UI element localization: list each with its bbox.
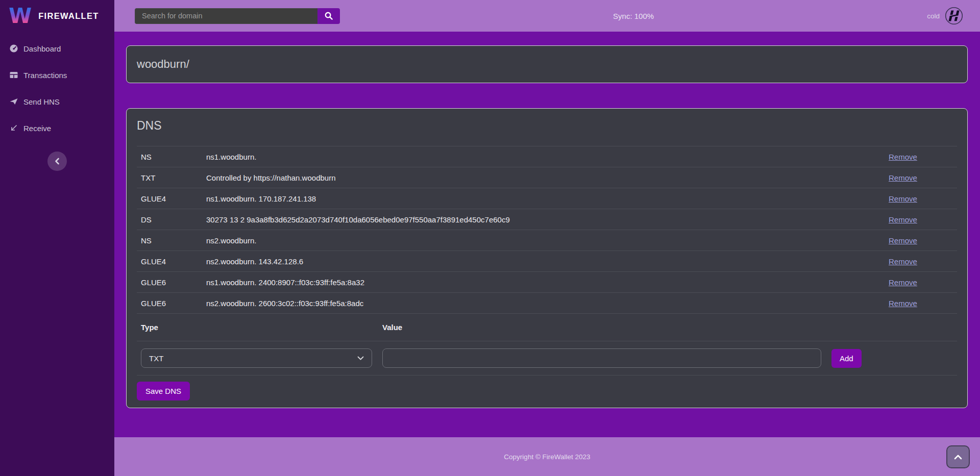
sidebar-item-label: Transactions — [23, 71, 67, 80]
record-type: NS — [141, 236, 206, 245]
sidebar-item-label: Send HNS — [23, 97, 60, 106]
remove-record-link[interactable]: Remove — [889, 299, 917, 308]
paper-plane-icon — [9, 97, 18, 106]
chevron-down-icon — [357, 356, 364, 360]
record-value: ns1.woodburn. 170.187.241.138 — [206, 194, 889, 203]
record-type: DS — [141, 215, 206, 224]
dns-form-header: Type Value — [137, 313, 957, 341]
arrow-down-left-icon — [9, 123, 18, 133]
sidebar-item-dashboard[interactable]: Dashboard — [9, 40, 114, 57]
record-value: ns2.woodburn. 143.42.128.6 — [206, 257, 889, 266]
chevron-left-icon — [55, 158, 60, 165]
sidebar-item-send-hns[interactable]: Send HNS — [9, 93, 114, 110]
brand-name: FIREWALLET — [38, 11, 99, 21]
add-record-button[interactable]: Add — [831, 349, 862, 368]
record-type: GLUE6 — [141, 278, 206, 287]
sidebar: W FIREWALLET Dashboard Transactions S — [0, 0, 114, 476]
sync-status: Sync: 100% — [340, 12, 927, 20]
brand[interactable]: W FIREWALLET — [0, 0, 114, 32]
type-column-header: Type — [141, 323, 382, 332]
record-type: NS — [141, 153, 206, 161]
copyright-text: Copyright © FireWallet 2023 — [504, 453, 590, 461]
domain-search — [135, 8, 340, 24]
scroll-to-top-button[interactable] — [946, 445, 970, 468]
handshake-icon[interactable] — [945, 7, 963, 25]
add-record-form: TXT Add — [137, 341, 957, 375]
remove-record-link[interactable]: Remove — [889, 278, 917, 287]
dns-record-row: NS ns2.woodburn. Remove — [137, 230, 957, 250]
save-dns-button[interactable]: Save DNS — [137, 382, 190, 400]
record-type: GLUE6 — [141, 299, 206, 308]
app-root: W FIREWALLET Dashboard Transactions S — [0, 0, 980, 476]
dns-record-row: GLUE6 ns1.woodburn. 2400:8907::f03c:93ff… — [137, 271, 957, 292]
dns-record-row: GLUE4 ns2.woodburn. 143.42.128.6 Remove — [137, 250, 957, 271]
sidebar-item-label: Receive — [23, 124, 51, 133]
record-type: TXT — [141, 173, 206, 182]
record-value: Controlled by https://nathan.woodburn — [206, 173, 889, 182]
wallet-selector: cold — [927, 7, 963, 25]
record-value: ns2.woodburn. — [206, 236, 889, 245]
dns-record-row: NS ns1.woodburn. Remove — [137, 146, 957, 167]
record-value: ns1.woodburn. 2400:8907::f03c:93ff:fe5a:… — [206, 278, 889, 287]
sidebar-item-receive[interactable]: Receive — [9, 119, 114, 137]
record-type: GLUE4 — [141, 194, 206, 203]
record-type-select[interactable]: TXT — [141, 348, 372, 368]
topbar: Sync: 100% cold — [114, 0, 980, 32]
firewallet-logo-icon: W — [9, 7, 32, 26]
record-value-input[interactable] — [382, 348, 821, 368]
search-icon — [324, 11, 333, 20]
footer: Copyright © FireWallet 2023 — [114, 437, 980, 476]
record-value: ns2.woodburn. 2600:3c02::f03c:93ff:fe5a:… — [206, 299, 889, 308]
dns-card: DNS NS ns1.woodburn. Remove TXT Controll… — [126, 108, 968, 408]
sidebar-collapse-button[interactable] — [47, 152, 67, 171]
remove-record-link[interactable]: Remove — [889, 173, 917, 182]
content-area: woodburn/ DNS NS ns1.woodburn. Remove TX… — [114, 32, 980, 437]
sidebar-item-label: Dashboard — [23, 44, 61, 53]
sidebar-item-transactions[interactable]: Transactions — [9, 66, 114, 84]
wallet-name: cold — [927, 12, 940, 20]
table-icon — [9, 70, 18, 80]
dashboard-icon — [9, 44, 18, 53]
remove-record-link[interactable]: Remove — [889, 236, 917, 245]
remove-record-link[interactable]: Remove — [889, 215, 917, 224]
dns-record-row: TXT Controlled by https://nathan.woodbur… — [137, 167, 957, 188]
remove-record-link[interactable]: Remove — [889, 194, 917, 203]
record-value: 30273 13 2 9a3a8fb3d625d2a2073d740f10da6… — [206, 215, 889, 224]
dns-record-row: GLUE4 ns1.woodburn. 170.187.241.138 Remo… — [137, 188, 957, 209]
remove-record-link[interactable]: Remove — [889, 153, 917, 161]
dns-record-row: DS 30273 13 2 9a3a8fb3d625d2a2073d740f10… — [137, 209, 957, 230]
search-button[interactable] — [317, 8, 340, 24]
value-column-header: Value — [382, 323, 402, 332]
record-value: ns1.woodburn. — [206, 153, 889, 161]
remove-record-link[interactable]: Remove — [889, 257, 917, 266]
record-type: GLUE4 — [141, 257, 206, 266]
chevron-up-icon — [954, 455, 962, 460]
search-input[interactable] — [135, 8, 317, 24]
domain-title: woodburn/ — [137, 58, 189, 71]
domain-card: woodburn/ — [126, 45, 968, 83]
dns-record-row: GLUE6 ns2.woodburn. 2600:3c02::f03c:93ff… — [137, 292, 957, 313]
dns-records-table: NS ns1.woodburn. Remove TXT Controlled b… — [137, 146, 957, 313]
record-type-selected: TXT — [149, 354, 163, 363]
sidebar-menu: Dashboard Transactions Send HNS Receive — [0, 32, 114, 137]
main-column: Sync: 100% cold — [114, 0, 980, 476]
dns-heading: DNS — [137, 118, 957, 146]
